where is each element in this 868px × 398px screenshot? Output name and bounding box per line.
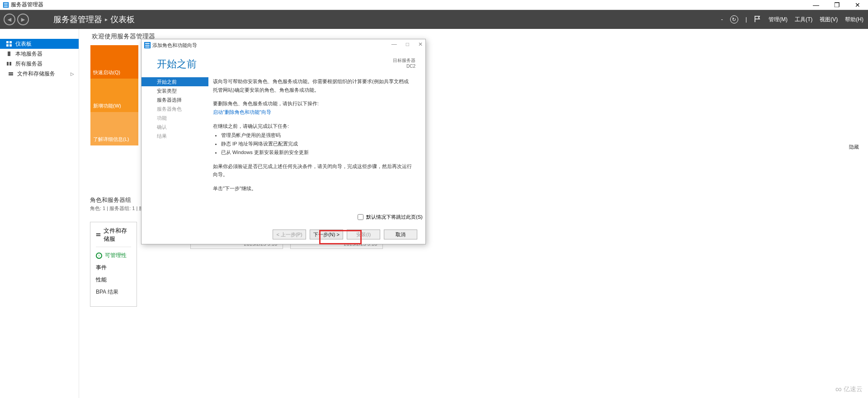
role-card-file-storage[interactable]: 文件和存储服 ↑ 可管理性 事件 性能 BPA 结果 (90, 222, 137, 307)
app-header: ◄ ► 服务器管理器 ▸ 仪表板 - ↻ | 管理(M) 工具(T) 视图(V)… (0, 10, 868, 29)
svg-rect-8 (8, 52, 10, 56)
welcome-tiles: 快速启动(Q) 新增功能(W) 了解详细信息(L) (90, 45, 138, 145)
wizard-main-content: 该向导可帮助你安装角色、角色服务或功能。你需要根据组织的计算要求(例如共享文档或… (208, 71, 425, 225)
arrow-up-icon: ↑ (96, 253, 102, 259)
refresh-icon[interactable]: ↻ (730, 15, 738, 23)
tile-whatsnew[interactable]: 新增功能(W) (90, 79, 138, 112)
wizard-step-confirm: 确认 (152, 122, 208, 131)
sidebar-item-all-servers[interactable]: 所有服务器 (0, 59, 79, 69)
svg-rect-10 (9, 62, 11, 66)
card-events[interactable]: 事件 (96, 264, 131, 272)
menu-help[interactable]: 帮助(H) (845, 16, 863, 23)
svg-rect-17 (145, 45, 150, 46)
chevron-right-icon: ▷ (71, 71, 74, 76)
breadcrumb-separator-icon: ▸ (105, 16, 108, 23)
wizard-minimize-button[interactable]: — (392, 41, 397, 47)
server-icon (6, 51, 12, 56)
wizard-before-label: 在继续之前，请确认完成以下任务: (213, 122, 412, 131)
wizard-close-button[interactable]: ✕ (418, 41, 423, 47)
wizard-steps: 开始之前 安装类型 服务器选择 服务器角色 功能 确认 结果 (142, 71, 208, 225)
wizard-bullet: 静态 IP 地址等网络设置已配置完成 (221, 140, 412, 148)
wizard-step-server-selection[interactable]: 服务器选择 (152, 95, 208, 104)
svg-rect-7 (9, 44, 12, 47)
storage-icon (96, 232, 101, 238)
svg-rect-4 (6, 41, 9, 43)
wizard-prev-button: < 上一步(P) (273, 229, 306, 239)
wizard-verify-text: 如果你必须验证是否已完成上述任何先决条件，请关闭向导，完成这些步骤，然后再次运行… (213, 162, 412, 179)
wizard-remove-label: 要删除角色、角色服务或功能，请执行以下操作: (213, 99, 412, 108)
svg-rect-12 (9, 74, 13, 75)
sidebar-item-file-storage[interactable]: 文件和存储服务 ▷ (0, 69, 79, 79)
servers-icon (6, 61, 12, 66)
wizard-heading: 开始之前 (157, 57, 197, 71)
nav-forward-button[interactable]: ► (17, 14, 29, 25)
flag-icon[interactable] (754, 15, 761, 24)
svg-rect-13 (96, 233, 100, 234)
watermark: ∞ 亿速云 (835, 384, 863, 394)
window-titlebar: 服务器管理器 — ❐ ✕ (0, 0, 868, 10)
svg-rect-6 (6, 44, 9, 47)
wizard-titlebar[interactable]: 添加角色和功能向导 — □ ✕ (142, 39, 425, 51)
wizard-step-server-roles: 服务器角色 (152, 104, 208, 113)
card-performance[interactable]: 性能 (96, 276, 131, 284)
maximize-button[interactable]: ❐ (826, 0, 847, 10)
menu-view[interactable]: 视图(V) (820, 16, 838, 23)
minimize-button[interactable]: — (806, 0, 826, 10)
separator-icon: | (745, 16, 747, 23)
wizard-intro-text: 该向导可帮助你安装角色、角色服务或功能。你需要根据组织的计算要求(例如共享文档或… (213, 77, 412, 94)
dashboard-icon (6, 41, 12, 47)
sidebar-item-local-server[interactable]: 本地服务器 (0, 49, 79, 59)
wizard-step-features: 功能 (152, 113, 208, 122)
sidebar: 仪表板 本地服务器 所有服务器 文件和存储服务 ▷ (0, 29, 79, 398)
wizard-step-before[interactable]: 开始之前 (142, 77, 208, 86)
svg-rect-9 (7, 62, 9, 66)
wizard-footer: < 上一步(P) 下一步(N) > 安装(I) 取消 (142, 229, 425, 239)
wizard-step-results: 结果 (152, 131, 208, 140)
card-bpa[interactable]: BPA 结果 (96, 288, 131, 296)
wizard-install-button: 安装(I) (347, 229, 380, 239)
close-button[interactable]: ✕ (847, 0, 868, 10)
hide-toggle[interactable]: 隐藏 (849, 144, 859, 150)
card-title: 文件和存储服 (104, 227, 131, 243)
menu-tools[interactable]: 工具(T) (795, 16, 812, 23)
tile-learnmore[interactable]: 了解详细信息(L) (90, 112, 138, 145)
wizard-step-install-type[interactable]: 安装类型 (152, 86, 208, 95)
app-icon (3, 2, 9, 8)
wizard-maximize-button[interactable]: □ (406, 41, 409, 47)
breadcrumb-root[interactable]: 服务器管理器 (53, 14, 102, 25)
tile-quickstart[interactable]: 快速启动(Q) (90, 45, 138, 79)
sidebar-item-label: 本地服务器 (15, 50, 42, 58)
wizard-continue-text: 单击"下一步"继续。 (213, 184, 412, 193)
svg-rect-16 (145, 43, 150, 44)
svg-rect-11 (9, 72, 13, 74)
sidebar-item-label: 文件和存储服务 (17, 70, 55, 78)
sidebar-item-label: 仪表板 (15, 40, 32, 48)
wizard-remove-link[interactable]: 启动"删除角色和功能"向导 (213, 108, 412, 117)
wizard-title: 添加角色和功能向导 (152, 42, 197, 49)
card-manageability[interactable]: ↑ 可管理性 (96, 252, 131, 259)
sidebar-item-dashboard[interactable]: 仪表板 (0, 39, 79, 49)
wizard-bullet: 已从 Windows 更新安装最新的安全更新 (221, 148, 412, 157)
svg-rect-5 (9, 41, 12, 43)
window-title: 服务器管理器 (11, 1, 43, 9)
cloud-icon: ∞ (835, 384, 842, 394)
svg-rect-2 (4, 5, 8, 5)
wizard-next-button[interactable]: 下一步(N) > (310, 229, 343, 239)
breadcrumb-page[interactable]: 仪表板 (110, 14, 135, 25)
wizard-target-server: 目标服务器 DC2 (393, 57, 415, 69)
wizard-cancel-button[interactable]: 取消 (384, 229, 417, 239)
storage-icon (8, 71, 14, 76)
skip-checkbox-input[interactable] (358, 214, 363, 220)
add-roles-wizard-dialog: 添加角色和功能向导 — □ ✕ 开始之前 目标服务器 DC2 开始之前 安装类型… (141, 39, 426, 244)
svg-rect-3 (4, 6, 8, 7)
dash-icon: - (721, 16, 723, 23)
breadcrumb: 服务器管理器 ▸ 仪表板 (53, 14, 135, 25)
svg-rect-14 (96, 235, 100, 236)
wizard-bullet: 管理员帐户使用的是强密码 (221, 131, 412, 140)
wizard-icon (144, 42, 151, 48)
sidebar-item-label: 所有服务器 (15, 60, 42, 68)
menu-manage[interactable]: 管理(M) (769, 16, 788, 23)
svg-rect-18 (145, 47, 150, 47)
wizard-skip-checkbox[interactable]: 默认情况下将跳过此页(S) (358, 214, 423, 220)
nav-back-button[interactable]: ◄ (4, 14, 15, 25)
